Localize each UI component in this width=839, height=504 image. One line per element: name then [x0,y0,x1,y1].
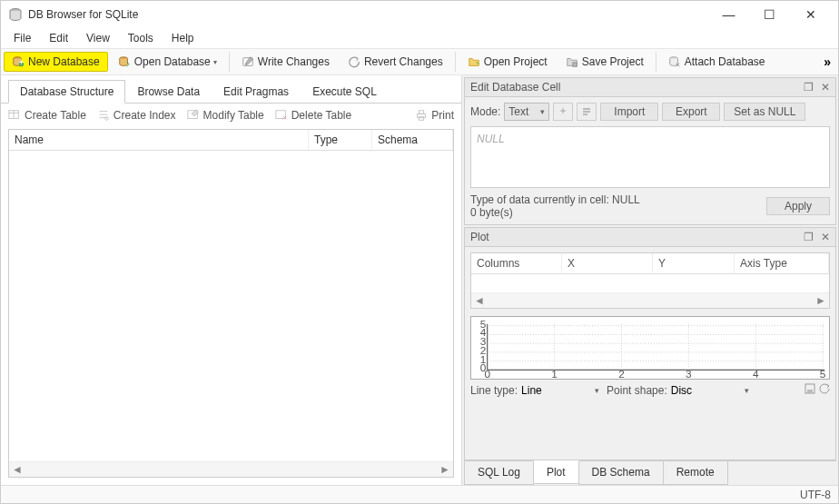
menu-tools[interactable]: Tools [119,30,163,46]
plot-col-columns[interactable]: Columns [471,253,562,274]
svg-text:1: 1 [551,368,558,380]
edit-cell-dock-body: Mode: Text Import Export Set as NULL NUL… [464,97,836,225]
tab-plot[interactable]: Plot [533,460,579,484]
revert-changes-icon [348,55,360,68]
dock-close-icon[interactable]: ✕ [821,231,830,243]
structure-table-header: Name Type Schema [9,130,453,151]
window-titlebar: DB Browser for SQLite — ☐ ✕ [1,1,838,28]
tab-edit-pragmas[interactable]: Edit Pragmas [212,80,301,104]
new-database-button[interactable]: + New Database [4,52,108,72]
delete-table-icon [275,109,288,122]
create-index-icon [97,109,110,122]
tab-execute-sql[interactable]: Execute SQL [301,80,389,104]
attach-database-button[interactable]: Attach Database [660,52,774,72]
tab-sql-log[interactable]: SQL Log [464,461,534,485]
left-pane: Database Structure Browse Data Edit Prag… [1,75,462,485]
tab-db-schema[interactable]: DB Schema [578,461,664,485]
modify-table-label: Modify Table [203,109,264,122]
bottom-dock-tabs: SQL Log Plot DB Schema Remote [464,460,836,485]
delete-table-label: Delete Table [291,109,352,122]
print-icon [415,109,428,122]
col-type[interactable]: Type [309,130,372,150]
write-changes-label: Write Changes [258,55,330,68]
svg-text:+: + [18,56,24,67]
open-project-button[interactable]: Open Project [459,52,556,72]
minimize-button[interactable]: — [708,2,749,27]
modify-table-icon [187,109,200,122]
open-database-button[interactable]: Open Database ▾ [110,52,225,72]
revert-changes-button[interactable]: Revert Changes [340,52,451,72]
menu-help[interactable]: Help [163,30,203,46]
structure-table: Name Type Schema ◄ ► [8,129,454,478]
plot-dock-title[interactable]: Plot ❐ ✕ [464,227,836,247]
sparkle-icon [558,106,568,117]
svg-text:3: 3 [686,368,692,380]
save-project-button[interactable]: Save Project [558,52,652,72]
dock-float-icon[interactable]: ❐ [804,81,814,94]
dock-close-icon[interactable]: ✕ [821,81,830,94]
svg-text:5: 5 [820,368,826,380]
menubar: File Edit View Tools Help [1,28,838,48]
svg-text:4: 4 [753,368,759,380]
scroll-right-icon[interactable]: ► [815,294,826,307]
close-button[interactable]: ✕ [790,2,831,27]
import-button[interactable]: Import [600,103,658,121]
maximize-button[interactable]: ☐ [749,2,790,27]
write-changes-button[interactable]: Write Changes [233,52,338,72]
plot-horizontal-scrollbar[interactable]: ◄ ► [471,292,829,308]
save-plot-button[interactable] [804,383,815,397]
right-pane: Edit Database Cell ❐ ✕ Mode: Text Import… [462,75,838,485]
tab-browse-data[interactable]: Browse Data [125,80,212,104]
cell-value-editor[interactable]: NULL [470,126,830,188]
menu-edit[interactable]: Edit [40,30,77,46]
main-toolbar: + New Database Open Database ▾ Write Cha… [1,48,838,75]
open-project-icon [468,55,480,68]
align-icon-button[interactable] [577,103,597,121]
plot-canvas[interactable]: 543210 012345 [470,316,830,380]
plot-col-x[interactable]: X [562,253,653,274]
format-icon-button[interactable] [553,103,573,121]
modify-table-button[interactable]: Modify Table [187,109,264,122]
toolbar-overflow-button[interactable]: » [818,54,836,69]
revert-changes-label: Revert Changes [364,55,443,68]
plot-table-body[interactable] [471,274,829,292]
col-schema[interactable]: Schema [372,130,453,150]
horizontal-scrollbar[interactable]: ◄ ► [9,461,453,477]
scroll-right-icon[interactable]: ► [439,463,450,476]
edit-cell-dock-title[interactable]: Edit Database Cell ❐ ✕ [464,77,836,97]
plot-col-axistype[interactable]: Axis Type [735,253,829,274]
encoding-label: UTF-8 [800,489,831,501]
scroll-left-icon[interactable]: ◄ [474,294,485,307]
create-table-button[interactable]: Create Table [8,109,86,122]
print-button[interactable]: Print [415,109,454,122]
toolbar-separator [656,52,656,72]
line-type-select[interactable]: Line [521,384,603,397]
tab-database-structure[interactable]: Database Structure [8,80,125,104]
create-index-button[interactable]: Create Index [97,109,176,122]
create-index-label: Create Index [114,109,176,122]
menu-file[interactable]: File [5,30,40,46]
structure-table-body[interactable] [9,151,453,461]
delete-table-button[interactable]: Delete Table [275,109,352,122]
set-null-button[interactable]: Set as NULL [724,103,805,121]
toolbar-separator [229,52,230,72]
scroll-left-icon[interactable]: ◄ [12,463,23,476]
line-type-label: Line type: [470,384,518,397]
tab-remote[interactable]: Remote [663,461,728,485]
mode-select[interactable]: Text [504,103,549,121]
save-project-icon [566,55,578,68]
svg-rect-42 [807,390,813,393]
menu-view[interactable]: View [77,30,119,46]
mode-label: Mode: [470,105,500,118]
export-button[interactable]: Export [662,103,720,121]
dock-float-icon[interactable]: ❐ [804,231,814,243]
attach-database-icon [668,55,681,68]
point-shape-select[interactable]: Disc [671,384,753,397]
plot-col-y[interactable]: Y [653,253,735,274]
align-icon [581,106,592,117]
app-icon [8,7,23,22]
col-name[interactable]: Name [9,130,309,150]
type-info-label: Type of data currently in cell: NULL [470,193,640,206]
refresh-plot-button[interactable] [819,383,830,397]
apply-button[interactable]: Apply [766,197,830,215]
